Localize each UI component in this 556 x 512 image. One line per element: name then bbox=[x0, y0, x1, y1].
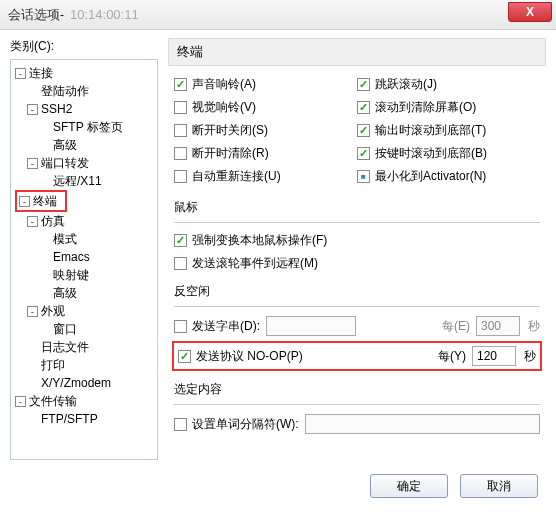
expand-icon[interactable]: - bbox=[27, 216, 38, 227]
checkbox-audio-bell[interactable] bbox=[174, 78, 187, 91]
title-meta: 10:14:00:11 bbox=[70, 7, 139, 22]
expand-icon[interactable]: - bbox=[19, 196, 30, 207]
tree-node[interactable]: 端口转发 bbox=[41, 156, 89, 170]
tree-node[interactable]: 打印 bbox=[41, 358, 65, 372]
checkbox-send-string[interactable] bbox=[174, 320, 187, 333]
dialog-footer: 确定 取消 bbox=[0, 468, 556, 504]
tree-node-connection[interactable]: 连接 bbox=[29, 66, 53, 80]
send-string-input[interactable] bbox=[266, 316, 356, 336]
tree-node[interactable]: FTP/SFTP bbox=[41, 412, 98, 426]
checkbox-minimize-activator[interactable] bbox=[357, 170, 370, 183]
category-tree[interactable]: -连接 登陆动作 -SSH2 SFTP 标签页 高级 -端口转发 远程/X11 bbox=[10, 59, 158, 460]
expand-icon[interactable]: - bbox=[27, 104, 38, 115]
checkbox-scroll-keypress[interactable] bbox=[357, 147, 370, 160]
tree-node[interactable]: 模式 bbox=[53, 232, 77, 246]
divider bbox=[174, 306, 540, 307]
expand-icon[interactable]: - bbox=[15, 396, 26, 407]
titlebar: 会话选项 - 10:14:00:11 X bbox=[0, 0, 556, 30]
tree-node-terminal[interactable]: 终端 bbox=[33, 194, 57, 208]
checkbox-word-delimiters[interactable] bbox=[174, 418, 187, 431]
mouse-group-label: 鼠标 bbox=[174, 199, 546, 216]
word-delimiters-input[interactable] bbox=[305, 414, 540, 434]
expand-icon[interactable]: - bbox=[27, 306, 38, 317]
checkbox-visual-bell[interactable] bbox=[174, 101, 187, 114]
divider bbox=[174, 222, 540, 223]
expand-icon[interactable]: - bbox=[27, 158, 38, 169]
panel-title: 终端 bbox=[168, 38, 546, 66]
tree-node[interactable]: 仿真 bbox=[41, 214, 65, 228]
tree-node[interactable]: 外观 bbox=[41, 304, 65, 318]
category-label: 类别(C): bbox=[10, 38, 158, 55]
tree-node[interactable]: 登陆动作 bbox=[41, 84, 89, 98]
selection-label: 选定内容 bbox=[174, 381, 546, 398]
cancel-button[interactable]: 取消 bbox=[460, 474, 538, 498]
anti-idle-label: 反空闲 bbox=[174, 283, 546, 300]
divider bbox=[174, 404, 540, 405]
every-y-input[interactable] bbox=[472, 346, 516, 366]
tree-node[interactable]: 高级 bbox=[53, 286, 77, 300]
tree-node[interactable]: 日志文件 bbox=[41, 340, 89, 354]
tree-node-filetransfer[interactable]: 文件传输 bbox=[29, 394, 77, 408]
checkbox-auto-reconnect[interactable] bbox=[174, 170, 187, 183]
ok-button[interactable]: 确定 bbox=[370, 474, 448, 498]
tree-node[interactable]: X/Y/Zmodem bbox=[41, 376, 111, 390]
tree-node[interactable]: SSH2 bbox=[41, 102, 72, 116]
tree-node[interactable]: 远程/X11 bbox=[53, 174, 102, 188]
close-button[interactable]: X bbox=[508, 2, 552, 22]
tree-node[interactable]: SFTP 标签页 bbox=[53, 120, 123, 134]
checkbox-scroll-output[interactable] bbox=[357, 124, 370, 137]
every-e-input[interactable] bbox=[476, 316, 520, 336]
checkbox-scroll-clear[interactable] bbox=[357, 101, 370, 114]
tree-node[interactable]: 映射键 bbox=[53, 268, 89, 282]
checkbox-close-disconnect[interactable] bbox=[174, 124, 187, 137]
checkbox-jump-scroll[interactable] bbox=[357, 78, 370, 91]
tree-node[interactable]: 窗口 bbox=[53, 322, 77, 336]
tree-node[interactable]: 高级 bbox=[53, 138, 77, 152]
highlight-box: 发送协议 NO-OP(P) 每(Y) 秒 bbox=[172, 341, 542, 371]
expand-icon[interactable]: - bbox=[15, 68, 26, 79]
checkbox-send-wheel-remote[interactable] bbox=[174, 257, 187, 270]
checkbox-clear-disconnect[interactable] bbox=[174, 147, 187, 160]
tree-node[interactable]: Emacs bbox=[53, 250, 90, 264]
window-title: 会话选项 bbox=[8, 6, 60, 24]
checkbox-send-noop[interactable] bbox=[178, 350, 191, 363]
checkbox-force-local-mouse[interactable] bbox=[174, 234, 187, 247]
